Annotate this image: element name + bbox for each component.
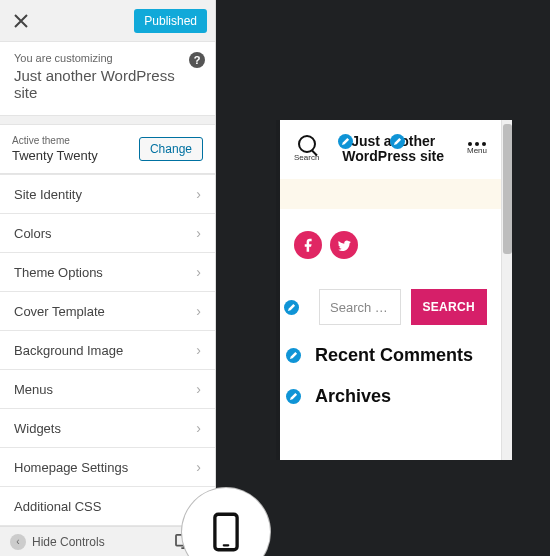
svg-rect-3 <box>223 544 230 546</box>
chevron-right-icon: › <box>196 264 201 280</box>
sections-list: Site Identity› Colors› Theme Options› Co… <box>0 174 215 526</box>
change-theme-button[interactable]: Change <box>139 137 203 161</box>
preview-header-band <box>280 179 501 209</box>
section-background-image[interactable]: Background Image› <box>0 331 215 370</box>
preview-social-links <box>294 231 487 259</box>
search-icon <box>298 135 316 153</box>
section-label: Site Identity <box>14 187 82 202</box>
section-colors[interactable]: Colors› <box>0 214 215 253</box>
section-cover-template[interactable]: Cover Template› <box>0 292 215 331</box>
hide-controls-label: Hide Controls <box>32 535 105 549</box>
twitter-icon <box>337 238 352 253</box>
chevron-right-icon: › <box>196 225 201 241</box>
chevron-right-icon: › <box>196 420 201 436</box>
section-theme-options[interactable]: Theme Options› <box>0 253 215 292</box>
widget-title: Recent Comments <box>315 345 473 366</box>
you-are-label: You are customizing <box>14 52 201 64</box>
close-icon <box>14 14 28 28</box>
hide-controls-button[interactable]: ‹ Hide Controls <box>10 534 169 550</box>
active-theme-row: Active theme Twenty Twenty Change <box>0 124 215 174</box>
preview-search-toggle[interactable]: Search <box>294 135 319 162</box>
facebook-link[interactable] <box>294 231 322 259</box>
active-theme-name: Twenty Twenty <box>12 148 98 163</box>
preview-site-title[interactable]: Just another WordPress site <box>342 134 444 163</box>
customizer-intro: ? You are customizing Just another WordP… <box>0 42 215 116</box>
section-label: Theme Options <box>14 265 103 280</box>
section-site-identity[interactable]: Site Identity› <box>0 174 215 214</box>
close-button[interactable] <box>0 0 42 42</box>
widget-recent-comments: Recent Comments <box>294 345 487 366</box>
publish-button[interactable]: Published <box>134 9 207 33</box>
section-label: Additional CSS <box>14 499 101 514</box>
edit-shortcut-icon[interactable] <box>286 389 301 404</box>
title-line-2: WordPress site <box>342 148 444 164</box>
help-icon[interactable]: ? <box>189 52 205 68</box>
customizer-topbar: Published <box>0 0 215 42</box>
preview-menu-toggle[interactable]: Menu <box>467 142 487 155</box>
section-label: Background Image <box>14 343 123 358</box>
edit-shortcut-icon[interactable] <box>286 348 301 363</box>
chevron-right-icon: › <box>196 186 201 202</box>
scrollbar-thumb[interactable] <box>503 124 512 254</box>
collapse-left-icon: ‹ <box>10 534 26 550</box>
chevron-right-icon: › <box>196 303 201 319</box>
chevron-right-icon: › <box>196 342 201 358</box>
section-homepage-settings[interactable]: Homepage Settings› <box>0 448 215 487</box>
site-title: Just another WordPress site <box>14 67 201 101</box>
facebook-icon <box>301 238 316 253</box>
widget-title: Archives <box>315 386 391 407</box>
active-theme-label: Active theme <box>12 135 98 146</box>
mobile-preview-frame: Search Just another WordPress site Menu <box>280 120 512 460</box>
preview-search-widget: Search … SEARCH <box>294 289 487 325</box>
section-label: Menus <box>14 382 53 397</box>
section-label: Colors <box>14 226 52 241</box>
preview-menu-label: Menu <box>467 146 487 155</box>
section-label: Cover Template <box>14 304 105 319</box>
section-label: Widgets <box>14 421 61 436</box>
edit-shortcut-icon[interactable] <box>284 300 299 315</box>
section-label: Homepage Settings <box>14 460 128 475</box>
chevron-right-icon: › <box>196 459 201 475</box>
mobile-icon <box>211 512 241 552</box>
section-widgets[interactable]: Widgets› <box>0 409 215 448</box>
preview-scrollbar[interactable] <box>501 120 512 460</box>
twitter-link[interactable] <box>330 231 358 259</box>
preview-search-button[interactable]: SEARCH <box>411 289 487 325</box>
preview-header: Search Just another WordPress site Menu <box>294 134 487 163</box>
widget-archives: Archives <box>294 386 487 407</box>
chevron-right-icon: › <box>196 381 201 397</box>
preview-search-input[interactable]: Search … <box>319 289 401 325</box>
customizer-panel: Published ? You are customizing Just ano… <box>0 0 216 556</box>
section-menus[interactable]: Menus› <box>0 370 215 409</box>
